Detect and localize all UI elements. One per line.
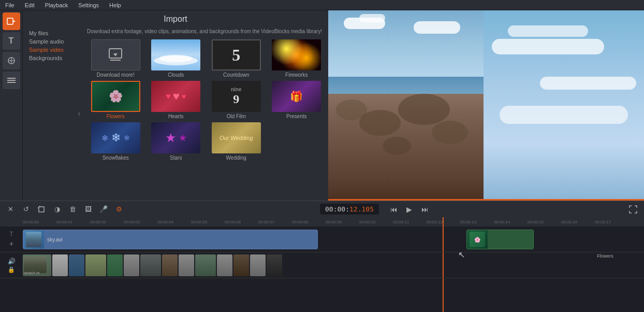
timeline-toolbar: ✕ ↺ ◑ 🗑 🖼 🎤 ⚙ 00:00:12.105 ⏮ ▶ ⏭ bbox=[0, 201, 644, 217]
menu-playback[interactable]: Playback bbox=[43, 1, 70, 9]
menu-help[interactable]: Help bbox=[107, 1, 123, 9]
track-icon-add[interactable]: + bbox=[9, 239, 13, 248]
media-item-presents[interactable]: 🎁 Presents bbox=[268, 81, 326, 119]
track-icon-audio[interactable]: 🔊 bbox=[8, 258, 16, 265]
media-item-countdown[interactable]: 5 Countdown bbox=[208, 39, 265, 78]
label-flowers: Flowers bbox=[107, 114, 125, 119]
nav-backgrounds[interactable]: Backgrounds bbox=[27, 54, 70, 62]
media-item-hearts[interactable]: ♥ ♥ ♥ Hearts bbox=[148, 81, 205, 119]
toolbar-settings-btn[interactable]: ⚙ bbox=[113, 203, 125, 216]
ruler-mark: 00:00:03 bbox=[124, 220, 157, 224]
transport-next-btn[interactable]: ⏭ bbox=[418, 203, 432, 216]
beach-seg-7[interactable] bbox=[140, 254, 161, 276]
media-item-wedding[interactable]: Our Wedding Wedding bbox=[208, 122, 265, 161]
menu-bar: File Edit Playback Settings Help bbox=[0, 0, 644, 10]
nav-arrow-left[interactable]: ‹ bbox=[75, 26, 84, 201]
media-item-clouds[interactable]: Clouds bbox=[148, 39, 205, 78]
toolbar-image-btn[interactable]: 🖼 bbox=[82, 203, 94, 216]
beach-seg-12[interactable] bbox=[233, 254, 249, 276]
fullscreen-btn[interactable] bbox=[626, 203, 640, 216]
toolbar-undo-btn[interactable]: ↺ bbox=[20, 203, 32, 216]
import-content: Download extra footage, video clips, ani… bbox=[84, 26, 328, 201]
sidebar-icon-effects[interactable] bbox=[3, 52, 20, 69]
media-item-fireworks[interactable]: Fireworks bbox=[268, 39, 326, 78]
main-area: T Import My files Sample audio Sample vi bbox=[0, 10, 644, 201]
track-content-audio: beach.m bbox=[23, 252, 644, 278]
ruler-mark: 00:00:01 bbox=[56, 220, 90, 224]
clip-sky[interactable]: sky.avi bbox=[23, 230, 318, 249]
sidebar-icon-video[interactable] bbox=[3, 12, 20, 30]
import-panel: Import My files Sample audio Sample vide… bbox=[23, 10, 328, 201]
track-content-video: sky.avi 🌸 bbox=[23, 226, 644, 252]
preview-panel bbox=[328, 10, 644, 201]
track-icon-lock[interactable]: 🔒 bbox=[8, 266, 15, 273]
label-download: Download more! bbox=[97, 72, 135, 78]
toolbar-audio-btn[interactable]: 🎤 bbox=[97, 203, 110, 216]
transport-play-btn[interactable]: ▶ bbox=[403, 203, 416, 216]
ruler-mark: 00:00:08 bbox=[292, 220, 326, 224]
beach-seg-3[interactable] bbox=[69, 254, 84, 276]
track-side-video: T + bbox=[0, 226, 23, 252]
beach-seg-8[interactable] bbox=[162, 254, 178, 276]
svg-marker-1 bbox=[13, 20, 16, 22]
media-item-oldfilm[interactable]: nine 9 Old Film bbox=[208, 81, 265, 119]
nav-sampleaudio[interactable]: Sample audio bbox=[27, 37, 70, 46]
beach-clip-label: beach.m bbox=[24, 271, 40, 275]
label-snowflakes: Snowflakes bbox=[103, 155, 129, 161]
toolbar-close-btn[interactable]: ✕ bbox=[4, 203, 17, 216]
time-prefix: 00:00: bbox=[325, 205, 349, 213]
import-body: My files Sample audio Sample video Backg… bbox=[23, 26, 328, 201]
preview-main bbox=[328, 10, 484, 201]
toolbar-brightness-btn[interactable]: ◑ bbox=[51, 203, 63, 216]
svg-rect-11 bbox=[39, 207, 44, 212]
media-item-snowflakes[interactable]: ❄ ❄ ❄ Snowflakes bbox=[87, 122, 144, 161]
beach-seg-6[interactable] bbox=[124, 254, 139, 276]
beach-seg-10[interactable] bbox=[195, 254, 216, 276]
media-item-stars[interactable]: ★ ★ Stars bbox=[148, 122, 205, 161]
flowers-timeline-label: Flowers bbox=[597, 253, 613, 259]
track-row-audio: 🔊 🔒 beach.m bbox=[0, 252, 644, 278]
preview-secondary bbox=[484, 10, 644, 201]
nav-samplevideo[interactable]: Sample video bbox=[27, 46, 70, 54]
beach-seg-14[interactable] bbox=[267, 254, 282, 276]
beach-seg-13[interactable] bbox=[250, 254, 266, 276]
svg-rect-0 bbox=[7, 18, 13, 24]
ruler-mark: 00:00:13 bbox=[460, 220, 494, 224]
ruler-mark: 00:00:00 bbox=[23, 220, 56, 224]
label-stars: Stars bbox=[170, 155, 182, 161]
ruler-mark: 00:00:09 bbox=[326, 220, 359, 224]
ruler-mark: 00:00:15 bbox=[528, 220, 561, 224]
playhead bbox=[443, 217, 444, 226]
bottom-area: ✕ ↺ ◑ 🗑 🖼 🎤 ⚙ 00:00:12.105 ⏮ ▶ ⏭ bbox=[0, 201, 644, 312]
menu-settings[interactable]: Settings bbox=[76, 1, 101, 9]
ruler-mark: 00:00:17 bbox=[595, 220, 628, 224]
media-item-download[interactable]: Download more! bbox=[87, 39, 144, 78]
import-description: Download extra footage, video clips, ani… bbox=[87, 28, 325, 35]
menu-file[interactable]: File bbox=[3, 1, 17, 9]
transport-prev-btn[interactable]: ⏮ bbox=[387, 203, 401, 216]
track-row-video: T + sky.avi 🌸 bbox=[0, 226, 644, 252]
beach-seg-9[interactable] bbox=[179, 254, 194, 276]
toolbar-crop-btn[interactable] bbox=[35, 203, 48, 216]
beach-seg-4[interactable] bbox=[85, 254, 106, 276]
nav-myfiles[interactable]: My files bbox=[27, 29, 70, 37]
ruler-mark: 00:00:07 bbox=[258, 220, 292, 224]
beach-seg-11[interactable] bbox=[217, 254, 232, 276]
menu-edit[interactable]: Edit bbox=[23, 1, 37, 9]
toolbar-delete-btn[interactable]: 🗑 bbox=[66, 203, 79, 216]
clip-flowers[interactable]: 🌸 bbox=[466, 230, 534, 249]
track-icon-T[interactable]: T bbox=[9, 231, 13, 238]
sidebar-icon-text[interactable]: T bbox=[3, 32, 20, 50]
beach-seg-1[interactable]: beach.m bbox=[23, 254, 51, 276]
ruler-mark: 00:00:04 bbox=[157, 220, 191, 224]
label-clouds: Clouds bbox=[168, 72, 184, 78]
beach-seg-5[interactable] bbox=[107, 254, 123, 276]
sidebar-icon-menu[interactable] bbox=[3, 72, 20, 89]
timeline-ruler: 00:00:00 00:00:01 00:00:02 00:00:03 00:0… bbox=[0, 217, 644, 226]
media-item-flowers[interactable]: 🌸 Flowers bbox=[87, 81, 144, 119]
time-display: 00:00:12.105 bbox=[320, 204, 379, 215]
media-grid: Download more! Clouds 5 bbox=[87, 39, 325, 161]
time-red: 12.105 bbox=[349, 205, 374, 213]
preview-image-beach bbox=[328, 10, 484, 201]
beach-seg-2[interactable] bbox=[52, 254, 68, 276]
